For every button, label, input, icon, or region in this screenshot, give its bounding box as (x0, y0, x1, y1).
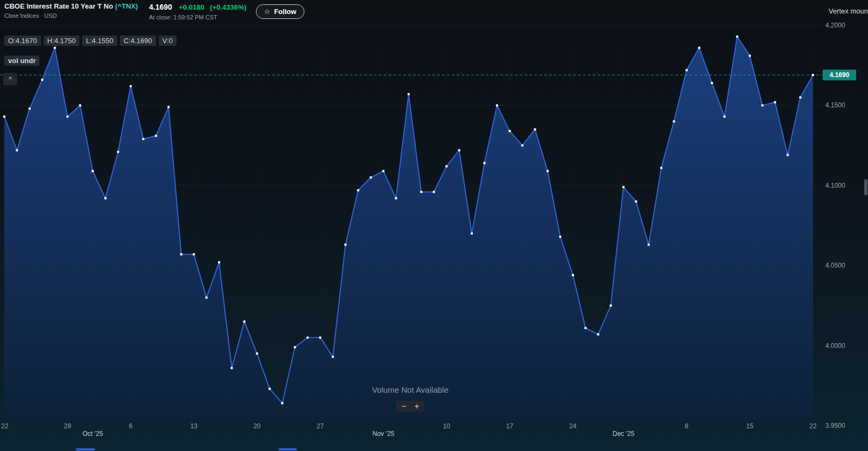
ohlc-chip: H:4.1750 (44, 36, 80, 46)
data-point-marker (344, 244, 347, 246)
data-point-marker (698, 47, 700, 49)
data-point-marker (16, 149, 18, 152)
exchange-currency: Cboe Indices · USD (4, 12, 138, 19)
data-point-marker (534, 128, 536, 131)
data-point-marker (332, 356, 334, 358)
follow-label: Follow (274, 8, 296, 16)
data-point-marker (395, 197, 397, 200)
data-point-marker (104, 197, 106, 200)
y-axis-label: 4.2000 (825, 22, 845, 29)
data-point-marker (585, 327, 587, 329)
price-change: +0.0180 (179, 3, 204, 11)
y-axis-label: 4.1500 (825, 101, 845, 109)
data-point-marker (597, 333, 599, 336)
data-point-marker (370, 176, 372, 179)
instrument-name: CBOE Interest Rate 10 Year T No (4, 2, 113, 10)
x-axis-label: 10 (443, 422, 450, 430)
data-point-marker (155, 135, 157, 137)
data-point-marker (193, 253, 195, 255)
x-axis-label: 24 (569, 422, 577, 430)
data-point-marker (230, 367, 233, 369)
x-axis-label: 22 (1, 422, 8, 430)
data-point-marker (3, 115, 5, 118)
data-point-marker (610, 304, 612, 306)
data-point-marker (635, 201, 637, 203)
data-point-marker (54, 47, 56, 49)
x-axis-label: 20 (253, 422, 260, 430)
current-price-badge: 4.1690 (823, 70, 856, 80)
data-point-marker (786, 154, 789, 156)
data-point-marker (66, 115, 69, 118)
data-point-marker (420, 191, 422, 193)
ohlc-readout: O:4.1670H:4.1750L:4.1550C:4.1690V:0 (4, 36, 177, 46)
data-point-marker (736, 36, 738, 38)
v-scrollbar-thumb[interactable] (864, 179, 867, 195)
x-axis-month-label: Oct '25 (83, 430, 103, 438)
data-point-marker (723, 115, 725, 118)
at-close-timestamp: At close: 1:59:52 PM CST (149, 14, 247, 20)
last-price: 4.1690 (149, 3, 172, 11)
title-block: CBOE Interest Rate 10 Year T No(^TNX) Cb… (4, 2, 138, 19)
data-point-marker (281, 402, 283, 404)
volume-not-available-message: Volume Not Available (372, 385, 448, 394)
data-point-marker (572, 274, 574, 276)
data-point-marker (41, 79, 43, 81)
finance-chart-page: CBOE Interest Rate 10 Year T No(^TNX) Cb… (0, 0, 868, 451)
data-point-marker (521, 145, 524, 147)
data-point-marker (622, 186, 625, 188)
data-point-marker (559, 236, 561, 238)
data-point-marker (445, 165, 447, 167)
data-point-marker (29, 107, 31, 110)
data-point-marker (648, 244, 650, 246)
price-change-percent: (+0.4336%) (210, 3, 247, 11)
y-axis-label: 4.1000 (825, 182, 845, 189)
data-point-marker (660, 167, 662, 169)
data-point-marker (307, 337, 309, 339)
data-point-marker (433, 191, 435, 193)
data-point-marker (483, 162, 485, 164)
data-point-marker (92, 170, 94, 172)
data-point-marker (117, 151, 119, 153)
data-point-marker (471, 233, 473, 235)
ticker-symbol: (^TNX) (115, 2, 138, 10)
data-point-marker (711, 82, 713, 84)
data-point-marker (206, 297, 208, 299)
x-axis-month-label: Nov '25 (372, 430, 394, 438)
quote-block: 4.1690 +0.0180 (+0.4336%) At close: 1:59… (149, 2, 247, 20)
zoom-control: − + (396, 401, 424, 412)
data-point-marker (319, 337, 321, 339)
ad-link[interactable]: Vertex moun (829, 7, 868, 15)
data-point-marker (243, 320, 246, 323)
data-point-marker (143, 138, 145, 140)
x-axis-label: 15 (746, 422, 753, 430)
data-point-marker (382, 170, 384, 172)
page-title: CBOE Interest Rate 10 Year T No(^TNX) (4, 2, 138, 10)
x-axis-label: 8 (685, 422, 689, 430)
chart-region: O:4.1670H:4.1750L:4.1550C:4.1690V:0 vol … (0, 23, 823, 451)
data-point-marker (180, 253, 182, 255)
volume-indicator-chip[interactable]: vol undr (4, 56, 39, 66)
data-point-marker (269, 388, 271, 390)
data-point-marker (79, 104, 81, 106)
data-point-marker (218, 261, 220, 263)
chevron-up-icon[interactable]: ^ (3, 73, 17, 85)
data-point-marker (496, 104, 498, 106)
ohlc-chip: O:4.1670 (4, 36, 41, 46)
data-point-marker (130, 85, 132, 87)
data-point-marker (294, 346, 296, 348)
x-axis-label: 27 (316, 422, 323, 430)
y-axis-label: 3.9500 (825, 422, 845, 429)
ohlc-chip: L:4.1550 (82, 36, 117, 46)
x-axis-month-label: Dec '25 (613, 430, 634, 438)
data-point-marker (774, 101, 776, 104)
data-point-marker (547, 170, 549, 172)
x-axis-label: 22 (809, 422, 816, 430)
quote-header: CBOE Interest Rate 10 Year T No(^TNX) Cb… (0, 0, 868, 23)
h-scrollbar-segment[interactable] (279, 448, 297, 450)
data-point-marker (673, 120, 675, 122)
h-scrollbar-segment[interactable] (76, 448, 95, 450)
zoom-out-button[interactable]: − (402, 402, 406, 410)
follow-button[interactable]: ☆ Follow (256, 4, 304, 19)
zoom-in-button[interactable]: + (415, 402, 419, 410)
x-axis-label: 17 (506, 422, 513, 430)
